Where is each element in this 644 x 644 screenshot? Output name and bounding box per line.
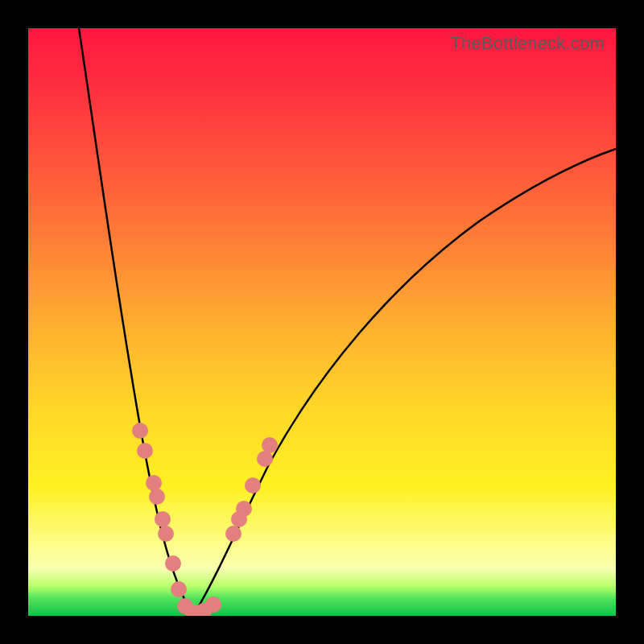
scatter-point xyxy=(262,437,278,453)
scatter-point xyxy=(245,477,261,493)
scatter-point xyxy=(171,581,187,597)
scatter-point xyxy=(236,501,252,517)
scatter-point xyxy=(165,555,181,572)
curve-left-branch xyxy=(79,28,193,616)
plot-area: TheBottleneck.com xyxy=(28,28,616,616)
chart-container: TheBottleneck.com xyxy=(0,0,644,644)
scatter-points xyxy=(132,423,278,616)
scatter-point xyxy=(146,475,162,491)
scatter-point xyxy=(225,526,242,542)
scatter-point xyxy=(257,451,273,467)
scatter-point xyxy=(155,511,171,527)
scatter-point xyxy=(132,423,148,439)
scatter-point xyxy=(137,443,153,459)
scatter-point xyxy=(158,526,174,542)
scatter-point xyxy=(205,597,221,613)
curve-right-branch xyxy=(193,149,616,616)
curve-svg xyxy=(28,28,616,616)
scatter-point xyxy=(149,489,165,505)
